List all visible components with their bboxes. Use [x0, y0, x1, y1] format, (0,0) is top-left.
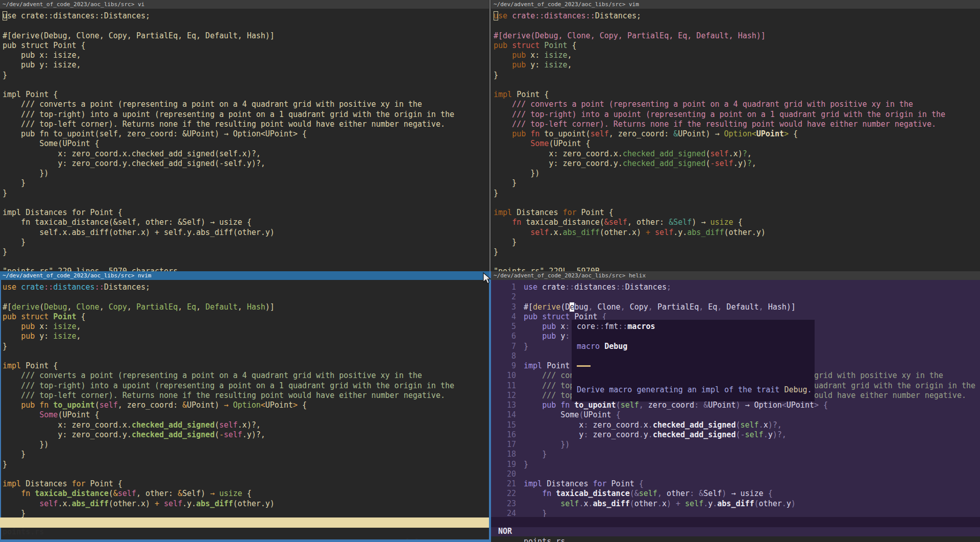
token[interactable]: , [196, 302, 205, 312]
token[interactable]: } [3, 238, 26, 247]
token[interactable]: , [568, 60, 572, 69]
pane-title-helix[interactable]: ~/dev/advent_of_code_2023/aoc_libs/src> … [491, 271, 980, 280]
token[interactable]: , [639, 400, 644, 410]
code-line[interactable]: } [494, 188, 980, 198]
token[interactable]: } [3, 509, 26, 518]
code-line[interactable]: impl Distances for Point { [524, 479, 980, 489]
token[interactable]: fn [530, 129, 540, 138]
token[interactable]: pub [524, 312, 537, 321]
token[interactable]: y: [526, 60, 544, 69]
pane-vi-code[interactable]: use crate::distances::Distances;#[derive… [3, 11, 489, 257]
token[interactable]: isize [544, 51, 567, 60]
token[interactable]: { [242, 489, 252, 498]
token[interactable]: pub [21, 322, 35, 331]
token[interactable]: . [657, 499, 662, 508]
code-line[interactable]: } [494, 70, 980, 80]
token[interactable]: Point { [512, 90, 549, 99]
token[interactable]: taxicab_distance( [521, 218, 604, 227]
token[interactable]: }) [3, 169, 48, 178]
token[interactable]: } [494, 70, 498, 80]
token[interactable]: > [784, 129, 789, 138]
code-line[interactable]: self.x.abs_diff(other.x) + self.y.abs_di… [3, 499, 489, 509]
token[interactable]: { [789, 129, 798, 138]
token[interactable]: impl [494, 90, 512, 99]
code-line[interactable]: } [524, 450, 980, 459]
token[interactable]: ? [747, 159, 752, 168]
token[interactable]: self [591, 129, 609, 138]
pane-title-vi[interactable]: ~/dev/advent_of_code_2023/aoc_libs/src> … [0, 0, 489, 9]
token[interactable]: self [560, 499, 579, 508]
token[interactable] [524, 322, 542, 331]
pane-nvim[interactable]: ~/dev/advent_of_code_2023/aoc_libs/src> … [0, 271, 489, 542]
token[interactable]: other [634, 499, 657, 508]
code-line[interactable]: Some(UPoint { [3, 139, 489, 149]
token[interactable]: ) [667, 499, 671, 508]
code-line[interactable]: pub struct Point { [3, 312, 489, 322]
code-line[interactable]: pub x: isize, [3, 322, 489, 332]
token[interactable]: UPoint [756, 129, 784, 138]
token[interactable]: (UPoint { [549, 139, 590, 148]
token[interactable]: ( [95, 400, 100, 410]
code-line[interactable]: impl Distances for Point { [3, 208, 489, 218]
token[interactable]: . [648, 430, 653, 439]
token[interactable]: isize [544, 60, 567, 69]
code-line[interactable] [3, 80, 489, 90]
token[interactable]: impl [3, 361, 21, 370]
token[interactable]: self [118, 489, 136, 498]
token[interactable]: Point { [21, 361, 58, 370]
token[interactable]: { [768, 489, 773, 498]
token[interactable]: } [524, 460, 528, 469]
token[interactable]: .y) [733, 159, 747, 168]
token[interactable]: checked_add_signed [653, 430, 736, 439]
code-line[interactable]: fn taxicab_distance(&self, other: &Self)… [3, 218, 489, 227]
code-line[interactable]: /// top-left corner). Returns none if th… [3, 391, 489, 400]
token[interactable] [526, 129, 530, 138]
code-line[interactable] [524, 469, 980, 479]
token[interactable]: ) → [705, 129, 724, 138]
code-line[interactable]: /// converts a point (representing a poi… [3, 100, 489, 109]
code-line[interactable]: x: zero_coord.x.checked_add_signed(self.… [3, 420, 489, 430]
token[interactable]: } [494, 178, 517, 187]
token[interactable]: Debug [784, 385, 807, 394]
token[interactable]: macros [627, 322, 655, 331]
token[interactable]: struct [21, 312, 48, 321]
token[interactable]: x [556, 322, 565, 331]
token[interactable]: crate [21, 282, 44, 292]
token[interactable]: x: zero_coord.x.checked_add_signed(self.… [3, 149, 261, 158]
token[interactable]: , [67, 302, 76, 312]
pane-helix[interactable]: ~/dev/advent_of_code_2023/aoc_libs/src> … [491, 271, 980, 542]
code-line[interactable] [3, 292, 489, 302]
token[interactable]: } [3, 342, 7, 351]
token[interactable]: } [3, 450, 26, 459]
token[interactable]: pub [542, 332, 556, 341]
token[interactable]: ) [214, 400, 224, 410]
token[interactable]: Copy [625, 302, 648, 312]
token[interactable]: self [621, 400, 639, 410]
token[interactable]: abs_diff [562, 228, 599, 237]
token[interactable] [35, 400, 39, 410]
token[interactable]: :: [44, 282, 53, 292]
token[interactable]: for [562, 208, 576, 217]
token[interactable]: } [3, 460, 7, 469]
token[interactable]: #[derive(Debug, Clone, Copy, PartialEq, … [494, 31, 766, 40]
token[interactable]: derive [12, 302, 39, 312]
token[interactable]: )] [265, 302, 275, 312]
pane-border-vertical-top[interactable] [489, 0, 491, 271]
token[interactable]: impl [524, 361, 542, 370]
code-line[interactable]: /// top-right) into a upoint (representi… [3, 381, 489, 391]
token[interactable]: pub [542, 322, 556, 331]
token[interactable]: x [524, 420, 583, 430]
token[interactable]: ( [754, 499, 759, 508]
token[interactable]: use [524, 282, 537, 292]
token[interactable]: , [747, 149, 752, 158]
pane-title-vim[interactable]: ~/dev/advent_of_code_2023/aoc_libs/src> … [491, 0, 980, 9]
token[interactable]: /// converts a point (representing a poi… [3, 100, 422, 109]
token[interactable]: se crate::distances::Distances; [7, 11, 150, 20]
token[interactable]: )] [787, 302, 796, 312]
token[interactable]: x: [526, 51, 544, 60]
token[interactable]: abs_diff [196, 499, 233, 508]
token[interactable] [3, 400, 21, 410]
code-line[interactable]: pub struct Point { [494, 41, 980, 51]
token[interactable]: Default [205, 302, 237, 312]
code-line[interactable]: fn taxicab_distance(&self, other: &Self)… [524, 489, 980, 499]
